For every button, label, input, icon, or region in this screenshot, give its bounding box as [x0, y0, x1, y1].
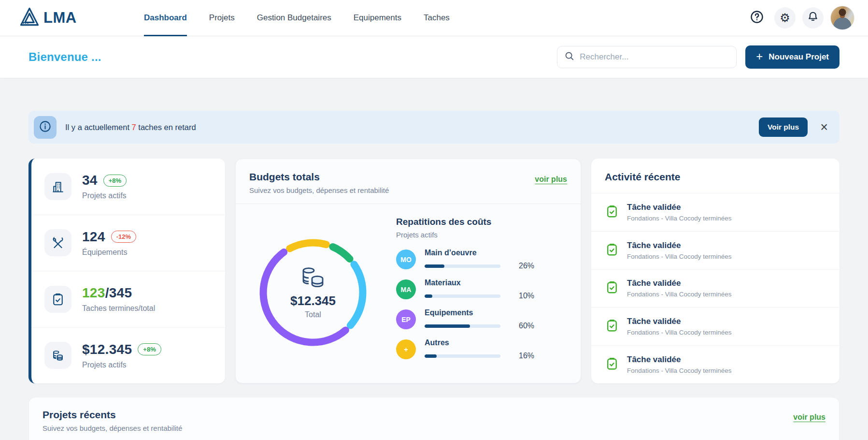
stat-budget: $12.345 +8% Projets actifs — [31, 328, 225, 384]
recent-voir-plus-link[interactable]: voir plus — [793, 413, 825, 422]
alert-count: 7 — [132, 123, 136, 132]
budget-voir-plus-link[interactable]: voir plus — [535, 175, 567, 184]
nav-projets[interactable]: Projets — [209, 0, 235, 36]
activity-item-subtitle: Fondations - Villa Cocody terminées — [627, 253, 732, 260]
search-box[interactable] — [557, 46, 737, 68]
legend-percent: 60% — [519, 322, 534, 330]
coins-icon — [44, 342, 71, 369]
activity-item-title: Tâche validée — [627, 241, 732, 250]
new-project-label: Nouveau Projet — [768, 52, 829, 62]
alert-text-before: Il y a actuellement — [65, 123, 132, 132]
tools-icon — [44, 229, 71, 256]
stat-badge: +8% — [138, 343, 161, 355]
overdue-tasks-banner: Il y a actuellement 7 taches en retard V… — [28, 111, 840, 144]
legend-label: Main d’oeuvre — [425, 249, 564, 257]
notifications-button[interactable] — [802, 7, 824, 29]
set-square-icon — [18, 7, 41, 29]
stat-label: Projets actifs — [82, 191, 127, 200]
progress-fill — [425, 264, 444, 268]
info-icon-wrap — [34, 116, 57, 139]
activity-item-subtitle: Fondations - Villa Cocody terminées — [627, 367, 732, 374]
new-project-button[interactable]: + Nouveau Projet — [745, 45, 840, 69]
voir-plus-button[interactable]: Voir plus — [759, 117, 808, 137]
activity-item[interactable]: Tâche validée Fondations - Villa Cocody … — [591, 346, 840, 383]
greeting-text: Bienvenue ... — [28, 50, 101, 64]
main-content: Il y a actuellement 7 taches en retard V… — [0, 111, 868, 440]
logo-text: LMA — [43, 9, 77, 27]
budget-title: Budgets totals — [249, 171, 389, 183]
activity-title: Activité récente — [605, 171, 826, 183]
gear-icon: ⚙ — [780, 12, 790, 24]
activity-item-title: Tâche validée — [627, 317, 732, 326]
bell-icon — [807, 11, 819, 25]
info-icon — [39, 120, 52, 135]
stat-badge: +8% — [103, 175, 127, 187]
budget-card: Budgets totals Suivez vos budgets, dépen… — [235, 159, 581, 383]
clipboard-check-icon — [605, 204, 619, 221]
plus-icon: + — [756, 51, 763, 62]
activity-item[interactable]: Tâche validée Fondations - Villa Cocody … — [591, 193, 840, 232]
stat-label: Taches termines/total — [82, 304, 155, 313]
activity-item[interactable]: Tâche validée Fondations - Villa Cocody … — [591, 232, 840, 270]
stat-equipements: 124 -12% Équipements — [31, 215, 225, 272]
progress-fill — [425, 354, 437, 358]
progress-track — [425, 264, 500, 268]
close-icon[interactable]: × — [820, 121, 828, 134]
activity-item-title: Tâche validée — [627, 355, 732, 365]
nav-dashboard[interactable]: Dashboard — [144, 0, 187, 36]
breakdown-subtitle: Projets actifs — [396, 231, 564, 239]
stat-label: Équipements — [82, 248, 136, 257]
legend-label: Equipements — [425, 308, 564, 317]
progress-track — [425, 354, 500, 358]
activity-item-title: Tâche validée — [627, 203, 732, 212]
legend-avatar-ep: EP — [396, 309, 416, 329]
legend-main-doeuvre: MO Main d’oeuvre 26% — [396, 249, 564, 270]
app-logo[interactable]: LMA — [18, 7, 115, 29]
stat-value-done: 123 — [82, 285, 105, 300]
recent-subtitle: Suivez vos budgets, dépenses et rentabil… — [43, 424, 182, 432]
legend-avatar-mo: MO — [396, 249, 416, 269]
settings-button[interactable]: ⚙ — [774, 7, 796, 29]
legend-percent: 10% — [519, 292, 534, 300]
legend-materiaux: MA Materiaux 10% — [396, 279, 564, 300]
legend-avatar-ma: MA — [396, 279, 416, 299]
nav-equipements[interactable]: Equipements — [354, 0, 401, 36]
coins-stack-icon — [299, 266, 327, 291]
help-button[interactable] — [746, 7, 768, 29]
cost-breakdown: Repatitions des coûts Projets actifs MO … — [396, 217, 564, 368]
stat-value: 123/345 — [82, 285, 132, 301]
clipboard-check-icon — [605, 356, 619, 373]
recent-title: Projets récents — [43, 409, 182, 421]
clipboard-check-icon — [44, 286, 71, 313]
progress-fill — [425, 324, 470, 328]
alert-text-after: taches en retard — [136, 123, 196, 132]
activity-list: Tâche validée Fondations - Villa Cocody … — [591, 193, 840, 383]
activity-item-subtitle: Fondations - Villa Cocody terminées — [627, 329, 732, 336]
legend-label: Autres — [425, 338, 564, 347]
top-navbar: LMA Dashboard Projets Gestion Budgetaire… — [0, 0, 868, 36]
search-input[interactable] — [580, 52, 729, 62]
alert-message: Il y a actuellement 7 taches en retard — [65, 123, 196, 132]
activity-item-subtitle: Fondations - Villa Cocody terminées — [627, 291, 732, 298]
budget-donut-chart: $12.345 Total — [256, 235, 370, 350]
help-icon — [750, 10, 764, 26]
recent-projects-card: Projets récents Suivez vos budgets, dépe… — [28, 397, 840, 440]
legend-avatar-autres: + — [396, 339, 416, 359]
activity-item[interactable]: Tâche validée Fondations - Villa Cocody … — [591, 308, 840, 346]
breakdown-title: Repatitions des coûts — [396, 217, 564, 227]
legend-label: Materiaux — [425, 279, 564, 287]
legend-autres: + Autres 16% — [396, 338, 564, 360]
user-avatar[interactable] — [830, 6, 854, 30]
progress-track — [425, 324, 500, 328]
stat-value-total: /345 — [105, 285, 132, 300]
activity-item[interactable]: Tâche validée Fondations - Villa Cocody … — [591, 270, 840, 308]
stat-value: $12.345 — [82, 342, 132, 357]
budget-subtitle: Suivez vos budgets, dépenses et rentabil… — [249, 186, 389, 194]
legend-equipements: EP Equipements 60% — [396, 308, 564, 330]
stat-taches: 123/345 Taches termines/total — [31, 271, 225, 328]
nav-taches[interactable]: Taches — [424, 0, 450, 36]
nav-gestion-budgetaires[interactable]: Gestion Budgetaires — [257, 0, 331, 36]
donut-total-label: Total — [305, 310, 321, 319]
clipboard-check-icon — [605, 279, 619, 297]
stat-value: 124 — [82, 229, 105, 245]
